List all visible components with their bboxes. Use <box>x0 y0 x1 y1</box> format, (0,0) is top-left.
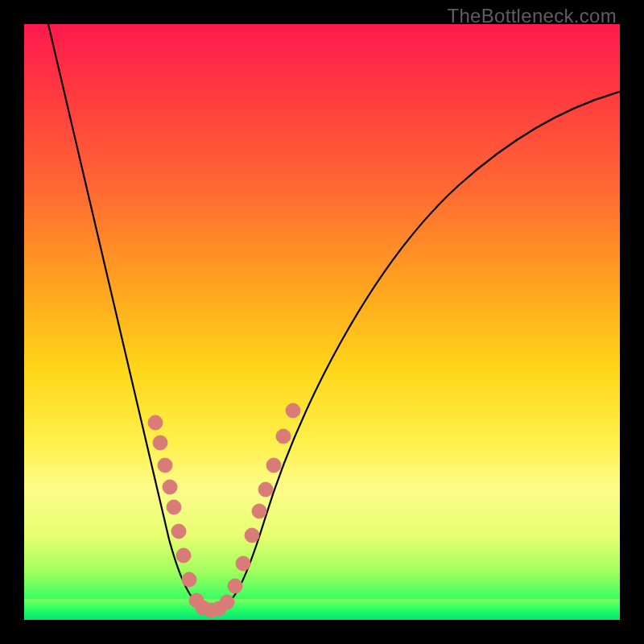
data-point <box>276 429 291 444</box>
data-point <box>153 436 167 450</box>
data-point <box>176 548 191 563</box>
data-point <box>163 480 177 494</box>
bottleneck-curve <box>48 24 620 610</box>
data-point <box>286 403 300 418</box>
data-point <box>252 504 266 518</box>
curve-layer <box>24 24 620 620</box>
data-point <box>266 458 281 473</box>
data-point <box>228 579 242 593</box>
data-point <box>171 524 186 539</box>
data-point <box>182 572 196 587</box>
data-point <box>220 595 234 609</box>
data-point <box>258 482 273 497</box>
data-point <box>167 500 181 514</box>
plot-area <box>24 24 620 620</box>
chart-frame: TheBottleneck.com <box>0 0 644 644</box>
data-point <box>236 556 250 571</box>
data-point <box>245 528 259 543</box>
data-point <box>158 458 172 473</box>
dot-group <box>148 403 300 617</box>
data-point <box>148 415 163 430</box>
